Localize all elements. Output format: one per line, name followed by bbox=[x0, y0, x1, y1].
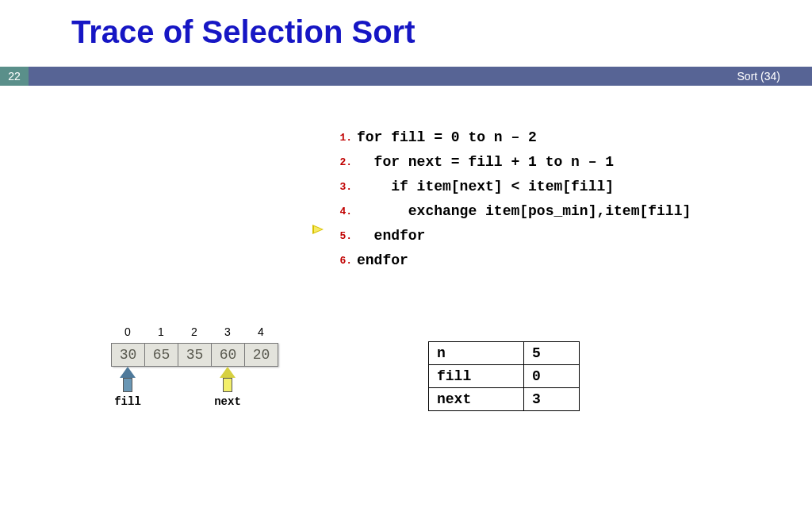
code-line: 4. exchange item[pos_min],item[fill] bbox=[333, 199, 691, 224]
var-name: n bbox=[429, 342, 524, 365]
array-cell: 35 bbox=[178, 343, 212, 367]
array-cells-row: 30 65 35 60 20 bbox=[111, 343, 278, 367]
array-cell: 30 bbox=[112, 343, 145, 367]
pseudocode-block: 1.for fill = 0 to n – 2 2. for next = fi… bbox=[333, 125, 691, 273]
variables-table: n 5 fill 0 next 3 bbox=[428, 341, 580, 411]
array-index: 4 bbox=[244, 325, 278, 338]
array-visualization: 0 1 2 3 4 30 65 35 60 20 fill next bbox=[111, 325, 278, 367]
current-line-pointer-icon bbox=[312, 225, 324, 234]
array-indices-row: 0 1 2 3 4 bbox=[111, 325, 278, 338]
fill-arrow-icon bbox=[120, 367, 136, 392]
page-number-badge: 22 bbox=[0, 67, 29, 86]
code-line: 2. for next = fill + 1 to n – 1 bbox=[333, 150, 691, 175]
array-index: 3 bbox=[211, 325, 244, 338]
fill-arrow-label: fill bbox=[108, 395, 147, 408]
next-arrow-icon bbox=[220, 367, 236, 392]
var-name: next bbox=[429, 388, 524, 411]
var-value: 3 bbox=[524, 388, 580, 411]
header-right-text: Sort (34) bbox=[737, 70, 780, 83]
array-cell: 65 bbox=[145, 343, 178, 367]
code-line: 5. endfor bbox=[333, 224, 691, 248]
array-index: 1 bbox=[144, 325, 178, 338]
table-row: n 5 bbox=[429, 342, 580, 365]
array-cell: 60 bbox=[212, 343, 245, 367]
var-name: fill bbox=[429, 365, 524, 388]
slide-title: Trace of Selection Sort bbox=[0, 0, 812, 50]
table-row: next 3 bbox=[429, 388, 580, 411]
array-cell: 20 bbox=[245, 343, 278, 367]
next-arrow-label: next bbox=[208, 395, 247, 408]
code-line: 3. if item[next] < item[fill] bbox=[333, 175, 691, 199]
code-line: 6.endfor bbox=[333, 248, 691, 273]
var-value: 0 bbox=[524, 365, 580, 388]
array-index: 2 bbox=[178, 325, 211, 338]
code-line: 1.for fill = 0 to n – 2 bbox=[333, 125, 691, 150]
var-value: 5 bbox=[524, 342, 580, 365]
array-index: 0 bbox=[111, 325, 144, 338]
header-bar: 22 Sort (34) bbox=[0, 67, 812, 86]
table-row: fill 0 bbox=[429, 365, 580, 388]
